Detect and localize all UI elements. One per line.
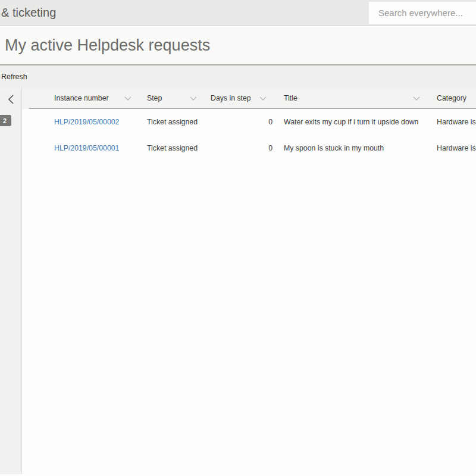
instance-number-link[interactable]: HLP/2019/05/00002 — [54, 118, 119, 126]
column-label: Category — [437, 94, 466, 102]
table-row: HLP/2019/05/00002 Ticket assigned 0 Wate… — [22, 109, 476, 135]
column-label: Days in step — [211, 94, 251, 102]
cell-step: Ticket assigned — [141, 118, 206, 126]
cell-step: Ticket assigned — [141, 144, 206, 152]
column-label: Title — [284, 94, 298, 102]
content-area: 2 Instance number Step Days in step — [0, 87, 476, 474]
cell-category: Hardware issue — [430, 118, 476, 126]
page-heading-bar: My active Helpdesk requests — [0, 26, 476, 65]
left-rail: 2 — [0, 87, 22, 474]
top-bar: & ticketing — [0, 0, 476, 26]
cell-instance-number: HLP/2019/05/00001 — [22, 144, 141, 152]
tickets-grid: Instance number Step Days in step Title — [22, 87, 476, 474]
collapse-panel-button[interactable] — [0, 93, 22, 107]
page-title: My active Helpdesk requests — [0, 36, 210, 55]
cell-title: Water exits my cup if i turn it upside d… — [276, 118, 430, 126]
refresh-button[interactable]: Refresh — [0, 73, 27, 81]
search-input[interactable] — [369, 2, 476, 24]
sort-chevron-icon[interactable] — [124, 94, 131, 102]
instance-number-link[interactable]: HLP/2019/05/00001 — [54, 144, 119, 152]
cell-days-in-step: 0 — [206, 144, 276, 152]
column-header-title[interactable]: Title — [276, 94, 430, 102]
column-header-instance-number[interactable]: Instance number — [22, 94, 141, 102]
sort-chevron-icon[interactable] — [190, 94, 197, 102]
cell-days-in-step: 0 — [206, 118, 276, 126]
column-header-step[interactable]: Step — [141, 94, 206, 102]
cell-category: Hardware issue — [430, 144, 476, 152]
sort-chevron-icon[interactable] — [413, 94, 420, 102]
report-toolbar: Refresh — [0, 65, 476, 87]
grid-header-row: Instance number Step Days in step Title — [22, 87, 476, 109]
column-label: Instance number — [54, 94, 109, 102]
column-label: Step — [147, 94, 162, 102]
cell-instance-number: HLP/2019/05/00002 — [22, 118, 141, 126]
table-row: HLP/2019/05/00001 Ticket assigned 0 My s… — [22, 135, 476, 161]
column-header-days-in-step[interactable]: Days in step — [206, 94, 276, 102]
app-title: & ticketing — [0, 6, 56, 20]
ticket-count-badge[interactable]: 2 — [0, 115, 11, 126]
chevron-left-icon — [8, 94, 14, 107]
column-header-category[interactable]: Category — [430, 94, 476, 102]
cell-title: My spoon is stuck in my mouth — [276, 144, 430, 152]
sort-chevron-icon[interactable] — [259, 94, 267, 102]
